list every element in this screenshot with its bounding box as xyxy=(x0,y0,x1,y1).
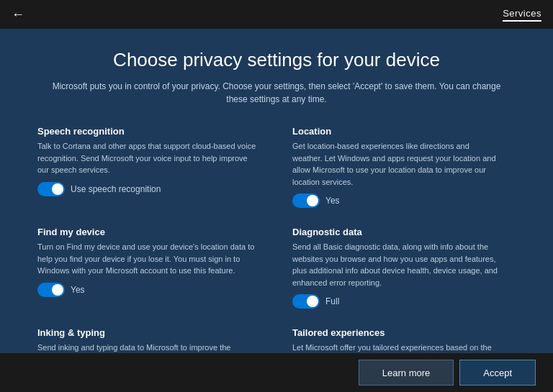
toggle-row-find-my-device: Yes xyxy=(37,283,258,297)
toggle-row-location: Yes xyxy=(292,193,498,208)
setting-desc-find-my-device: Turn on Find my device and use your devi… xyxy=(37,241,258,277)
title-bar: ← Services xyxy=(0,0,553,29)
header-section: Choose privacy settings for your device … xyxy=(0,29,553,117)
toggle-row-diagnostic-data: Full xyxy=(292,294,498,309)
toggle-diagnostic-data[interactable] xyxy=(292,294,320,309)
setting-item-inking-typing: Inking & typingSend inking and typing da… xyxy=(37,319,275,353)
toggle-label-speech-recognition: Use speech recognition xyxy=(71,184,161,194)
toggle-location[interactable] xyxy=(292,193,320,208)
settings-scroll[interactable]: Speech recognitionTalk to Cortana and ot… xyxy=(12,117,541,353)
toggle-speech-recognition[interactable] xyxy=(37,182,65,196)
settings-grid: Speech recognitionTalk to Cortana and ot… xyxy=(12,117,539,353)
setting-desc-speech-recognition: Talk to Cortana and other apps that supp… xyxy=(37,140,258,176)
setting-item-tailored-experiences: Tailored experiencesLet Microsoft offer … xyxy=(275,319,513,353)
title-bar-title: Services xyxy=(503,8,541,22)
toggle-row-speech-recognition: Use speech recognition xyxy=(37,182,258,196)
setting-title-inking-typing: Inking & typing xyxy=(37,327,258,338)
setting-desc-inking-typing: Send inking and typing data to Microsoft… xyxy=(37,342,258,353)
setting-item-diagnostic-data: Diagnostic dataSend all Basic diagnostic… xyxy=(275,218,513,319)
toggle-label-find-my-device: Yes xyxy=(71,285,85,295)
page-title: Choose privacy settings for your device xyxy=(43,49,510,71)
footer: Learn more Accept xyxy=(0,353,553,392)
accept-button[interactable]: Accept xyxy=(459,360,536,386)
setting-item-find-my-device: Find my deviceTurn on Find my device and… xyxy=(37,218,275,319)
settings-area: Speech recognitionTalk to Cortana and ot… xyxy=(0,117,553,353)
page-subtitle: Microsoft puts you in control of your pr… xyxy=(43,80,510,106)
setting-title-diagnostic-data: Diagnostic data xyxy=(292,227,498,237)
setting-desc-diagnostic-data: Send all Basic diagnostic data, along wi… xyxy=(292,241,498,288)
setting-title-find-my-device: Find my device xyxy=(37,227,258,237)
setting-title-location: Location xyxy=(292,126,498,137)
toggle-label-diagnostic-data: Full xyxy=(325,296,339,306)
toggle-find-my-device[interactable] xyxy=(37,283,65,297)
setting-item-speech-recognition: Speech recognitionTalk to Cortana and ot… xyxy=(37,117,275,218)
learn-more-button[interactable]: Learn more xyxy=(359,360,454,386)
setting-title-tailored-experiences: Tailored experiences xyxy=(292,327,498,338)
setting-desc-tailored-experiences: Let Microsoft offer you tailored experie… xyxy=(292,342,498,353)
back-button[interactable]: ← xyxy=(12,7,24,22)
toggle-label-location: Yes xyxy=(325,196,340,206)
setting-item-location: LocationGet location-based experiences l… xyxy=(275,117,513,218)
setting-desc-location: Get location-based experiences like dire… xyxy=(292,140,498,188)
main-content: Choose privacy settings for your device … xyxy=(0,29,553,392)
setting-title-speech-recognition: Speech recognition xyxy=(37,126,258,137)
